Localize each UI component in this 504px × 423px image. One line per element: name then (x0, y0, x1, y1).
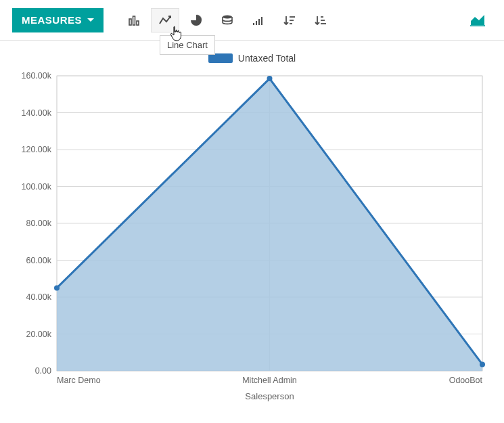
measures-button[interactable]: MEASURES (12, 8, 104, 32)
area-chart-icon (470, 14, 485, 26)
svg-rect-6 (258, 19, 260, 25)
line-chart-icon (159, 15, 171, 26)
line-chart-button[interactable] (151, 8, 179, 32)
measures-label: MEASURES (22, 14, 82, 26)
svg-text:60.00k: 60.00k (26, 256, 51, 265)
svg-text:100.00k: 100.00k (22, 182, 52, 192)
svg-text:160.00k: 160.00k (22, 71, 52, 81)
tooltip: Line Chart (160, 35, 215, 55)
svg-text:0.00: 0.00 (35, 366, 51, 376)
svg-rect-4 (253, 23, 254, 25)
svg-text:Mitchell Admin: Mitchell Admin (242, 376, 297, 385)
svg-rect-0 (129, 19, 131, 25)
sort-asc-icon (315, 15, 327, 26)
bar-chart-icon (128, 15, 140, 26)
svg-text:20.00k: 20.00k (26, 330, 51, 339)
line-chart: 0.0020.00k40.00k60.00k80.00k100.00k120.0… (12, 64, 492, 409)
svg-text:80.00k: 80.00k (26, 219, 51, 228)
svg-point-41 (480, 361, 485, 367)
sort-desc-button[interactable] (275, 8, 304, 32)
area-chart-button[interactable] (463, 8, 492, 32)
signal-icon (252, 15, 265, 26)
toolbar: MEASURES (0, 0, 504, 41)
svg-point-39 (54, 285, 60, 290)
svg-text:40.00k: 40.00k (26, 292, 51, 302)
sort-desc-icon (283, 15, 296, 26)
pie-chart-button[interactable] (182, 8, 210, 32)
svg-rect-2 (137, 21, 139, 25)
legend-swatch (208, 53, 233, 63)
svg-text:140.00k: 140.00k (22, 108, 52, 118)
signal-button[interactable] (244, 8, 273, 32)
svg-point-40 (267, 76, 273, 81)
sort-asc-button[interactable] (306, 8, 335, 32)
stack-icon (221, 14, 233, 26)
svg-text:120.00k: 120.00k (22, 145, 52, 154)
chart-area: 0.0020.00k40.00k60.00k80.00k100.00k120.0… (0, 64, 504, 417)
bar-chart-button[interactable] (120, 8, 148, 32)
tooltip-text: Line Chart (167, 40, 208, 50)
svg-text:Salesperson: Salesperson (245, 391, 294, 401)
svg-rect-5 (256, 21, 257, 25)
pie-chart-icon (190, 14, 202, 26)
chart-type-group (120, 8, 335, 32)
svg-point-3 (223, 15, 232, 18)
svg-text:Marc Demo: Marc Demo (57, 376, 101, 385)
svg-rect-1 (133, 16, 135, 25)
legend-label: Untaxed Total (238, 53, 296, 64)
stack-button[interactable] (213, 8, 242, 32)
chart-legend: Untaxed Total (0, 53, 504, 64)
svg-text:OdooBot: OdooBot (449, 376, 483, 385)
svg-rect-7 (261, 17, 262, 25)
caret-down-icon (87, 18, 94, 22)
